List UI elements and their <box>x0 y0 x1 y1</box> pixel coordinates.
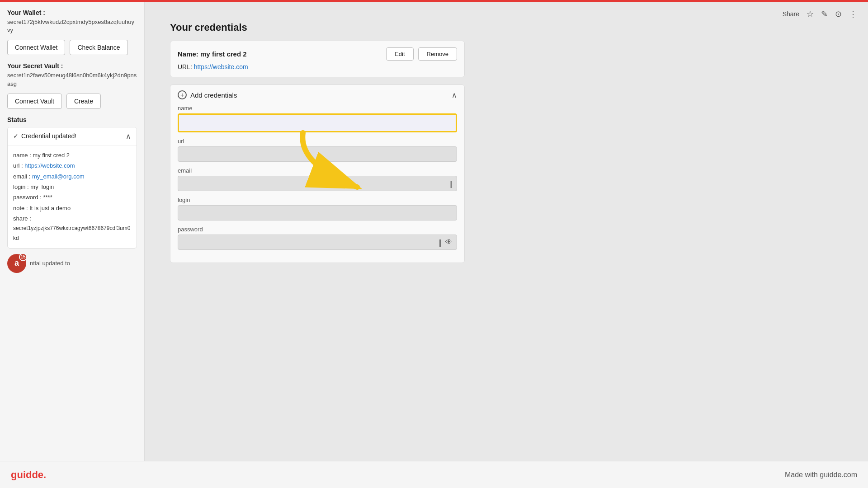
chevron-up-icon: ∧ <box>452 91 457 99</box>
status-content: name : my first cred 2 url : https://web… <box>8 145 137 248</box>
name-field-label: name <box>178 105 457 112</box>
share-button[interactable]: Share <box>783 10 799 18</box>
checkmark-icon: ✓ <box>13 132 19 140</box>
cred-name: Name: my first cred 2 <box>178 50 247 58</box>
status-name: name : my first cred 2 <box>13 150 131 160</box>
cred-url-row: URL: https://website.com <box>178 63 457 70</box>
github-icon[interactable]: ⊙ <box>835 9 842 19</box>
email-field-label: email <box>178 167 457 174</box>
cred-url-link[interactable]: https://website.com <box>194 63 248 70</box>
add-credentials-section: + Add credentials ∧ name url <box>170 84 465 263</box>
status-share-value: secret1yzjpzjks776wkxtrcagywt6678679cdf3… <box>13 224 131 243</box>
status-section: Status ✓ Credential updated! ∧ name : my… <box>7 116 137 273</box>
login-input[interactable] <box>178 205 457 221</box>
name-form-group: name <box>178 105 457 132</box>
status-email-link[interactable]: my_email@org.com <box>32 173 85 180</box>
status-password: password : **** <box>13 192 131 202</box>
remove-credential-button[interactable]: Remove <box>418 47 457 61</box>
connect-vault-button[interactable]: Connect Vault <box>7 94 62 109</box>
status-login: login : my_login <box>13 182 131 192</box>
name-input[interactable] <box>178 113 457 132</box>
main-content: Share ☆ ✎ ⊙ ⋮ Your credentials Name: my … <box>145 2 868 461</box>
vault-btn-row: Connect Vault Create <box>7 94 137 109</box>
status-check: ✓ Credential updated! <box>13 132 76 140</box>
eye-icon[interactable]: 👁 <box>445 238 453 246</box>
credential-card: Name: my first cred 2 Edit Remove URL: h… <box>170 41 465 77</box>
url-input[interactable] <box>178 146 457 162</box>
status-updated-text: Credential updated! <box>21 132 76 140</box>
cred-actions: Edit Remove <box>386 47 457 61</box>
chevron-up-icon: ∧ <box>126 132 131 141</box>
check-balance-button[interactable]: Check Balance <box>70 40 127 55</box>
avatar-badge: 15 <box>19 253 27 261</box>
password-form-group: password ‖ 👁 <box>178 226 457 250</box>
avatar: a 15 <box>7 254 26 273</box>
password-input-wrapper: ‖ 👁 <box>178 235 457 250</box>
cred-name-value: my first cred 2 <box>200 50 247 58</box>
edit-icon[interactable]: ✎ <box>821 9 828 19</box>
vault-address: secret1n2faev50meug48l6sn0h0m6k4ykj2dn9p… <box>7 71 137 88</box>
connect-wallet-button[interactable]: Connect Wallet <box>7 40 65 55</box>
status-email-row: email : my_email@org.com <box>13 171 131 182</box>
more-icon[interactable]: ⋮ <box>849 9 857 19</box>
create-button[interactable]: Create <box>66 94 101 109</box>
sidebar: Your Wallet : secret172j5kfvwkudzl2cpxtm… <box>0 2 145 461</box>
status-note: note : It is just a demo <box>13 203 131 213</box>
status-title: Status <box>7 116 137 123</box>
wallet-btn-row: Connect Wallet Check Balance <box>7 40 137 55</box>
login-form-group: login <box>178 197 457 221</box>
add-credentials-header[interactable]: + Add credentials ∧ <box>170 85 464 105</box>
star-icon[interactable]: ☆ <box>807 9 814 19</box>
footer: guidde. Made with guidde.com <box>0 461 868 488</box>
status-header: ✓ Credential updated! ∧ <box>8 127 137 145</box>
login-field-label: login <box>178 197 457 203</box>
status-url-label: url : <box>13 162 24 169</box>
email-form-group: email ‖ <box>178 167 457 191</box>
status-email-label: email : <box>13 173 32 180</box>
cred-name-label: Name: <box>178 50 198 58</box>
edit-credential-button[interactable]: Edit <box>386 47 413 61</box>
password-field-label: password <box>178 226 457 233</box>
url-form-group: url <box>178 138 457 162</box>
cred-url-label: URL: <box>178 63 192 70</box>
avatar-subtext: ntial updated to <box>30 260 70 267</box>
status-share-label: share : <box>13 213 131 224</box>
top-nav: Share ☆ ✎ ⊙ ⋮ <box>783 9 857 19</box>
email-input[interactable] <box>178 176 457 191</box>
url-field-label: url <box>178 138 457 145</box>
email-input-wrapper: ‖ <box>178 176 457 191</box>
avatar-row: a 15 ntial updated to <box>7 254 137 273</box>
generate-icon[interactable]: ‖ <box>449 179 453 188</box>
add-credentials-label: Add credentials <box>190 91 237 99</box>
footer-tagline: Made with guidde.com <box>785 471 857 479</box>
add-credentials-left: + Add credentials <box>178 90 237 99</box>
avatar-letter: a <box>14 258 19 268</box>
footer-logo: guidde. <box>11 469 46 481</box>
credentials-section: Your credentials Name: my first cred 2 E… <box>159 13 476 272</box>
vault-label: Your Secret Vault : <box>7 62 137 70</box>
toggle-visibility-icon[interactable]: ‖ <box>438 238 442 247</box>
wallet-label: Your Wallet : <box>7 9 137 16</box>
status-card: ✓ Credential updated! ∧ name : my first … <box>7 127 137 249</box>
password-input[interactable] <box>178 235 457 250</box>
status-url-row: url : https://website.com <box>13 160 131 171</box>
wallet-address: secret172j5kfvwkudzl2cpxtmdy5pxes8azqfuu… <box>7 18 137 34</box>
cred-card-header: Name: my first cred 2 Edit Remove <box>178 47 457 61</box>
add-credentials-body: name url email ‖ <box>170 105 464 263</box>
plus-circle-icon: + <box>178 90 187 99</box>
credentials-title: Your credentials <box>170 22 465 33</box>
status-url-link[interactable]: https://website.com <box>24 162 75 169</box>
